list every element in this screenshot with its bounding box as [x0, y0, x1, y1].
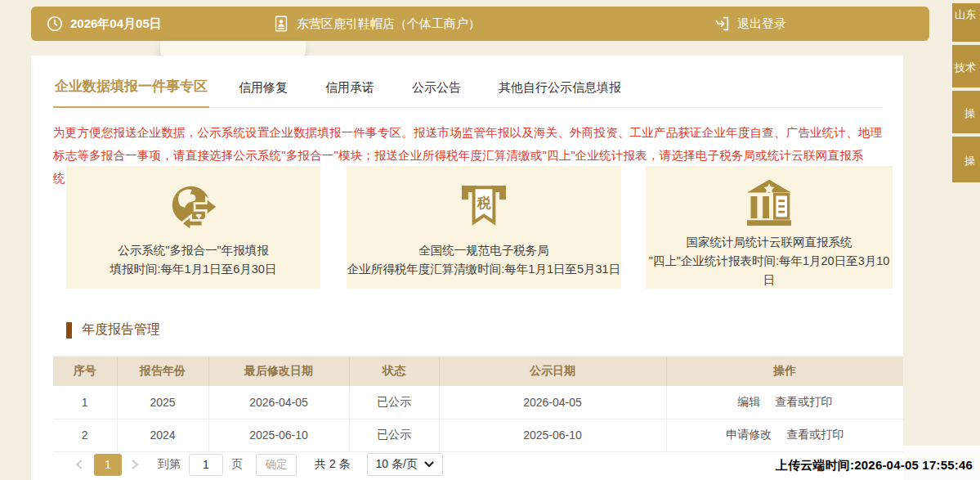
- col-header-operation: 操作: [666, 357, 903, 386]
- cell-published: 2026-04-05: [439, 386, 666, 419]
- section-accent-bar: [66, 322, 72, 339]
- upload-time-label: 上传云端时间:2026-04-05 17:55:46: [776, 458, 973, 473]
- page-size-select[interactable]: 10 条/页: [367, 453, 443, 476]
- page-number-input[interactable]: [189, 454, 223, 476]
- card-subtitle: 企业所得税年度汇算清缴时间:每年1月1日至5月31日: [347, 260, 620, 279]
- side-tab-shandong[interactable]: 山东: [952, 3, 980, 42]
- cell-year: 2025: [117, 386, 208, 419]
- col-header-year: 报告年份: [117, 357, 208, 386]
- side-tab-label: 操: [964, 153, 975, 169]
- id-card-icon: [272, 15, 290, 33]
- tab-credit-commitment[interactable]: 信用承诺: [324, 80, 376, 107]
- logout-icon: [713, 15, 731, 33]
- clock-icon: [46, 15, 64, 33]
- side-tab-guide-1[interactable]: 操: [952, 91, 980, 133]
- card-electronic-tax-bureau[interactable]: 税 全国统一规范电子税务局 企业所得税年度汇算清缴时间:每年1月1日至5月31日: [347, 166, 621, 289]
- cell-seq: 1: [53, 386, 117, 419]
- account-name: 东营区鹿引鞋帽店（个体工商户）: [272, 15, 481, 33]
- section-header: 年度报告管理: [66, 321, 160, 339]
- page-size-label: 10 条/页: [376, 457, 418, 472]
- svg-text:税: 税: [477, 195, 492, 211]
- side-tab-technical[interactable]: 技术: [952, 45, 980, 87]
- card-statistics-direct-report[interactable]: 国家统计局统计云联网直报系统 "四上"企业统计报表时间:每年1月20日至3月10…: [646, 166, 893, 289]
- page-number-button[interactable]: 1: [94, 454, 122, 476]
- side-tab-label: 技术: [955, 60, 976, 76]
- cell-status: 已公示: [349, 419, 439, 451]
- table-row: 2 2024 2025-06-10 已公示 2025-06-10 申请修改 查看…: [53, 419, 903, 451]
- col-header-seq: 序号: [53, 357, 117, 386]
- cell-modified: 2026-04-05: [208, 386, 349, 419]
- logout-button[interactable]: 退出登录: [713, 15, 786, 33]
- card-annual-report-filing[interactable]: 公示系统"多报合一"年报填报 填报时间:每年1月1日至6月30日: [66, 166, 320, 289]
- tabs-row: 企业数据填报一件事专区 信用修复 信用承诺 公示公告 其他自行公示信息填报: [53, 79, 883, 108]
- col-header-published: 公示日期: [439, 357, 666, 386]
- page-unit-label: 页: [231, 457, 243, 472]
- card-title: 全国统一规范电子税务局: [418, 241, 549, 260]
- logout-text: 退出登录: [737, 16, 786, 32]
- view-or-print-link[interactable]: 查看或打印: [775, 395, 832, 408]
- cell-operations: 编辑 查看或打印: [666, 386, 903, 419]
- side-tab-label: 操: [964, 105, 975, 122]
- main-panel: 企业数据填报一件事专区 信用修复 信用承诺 公示公告 其他自行公示信息填报 为更…: [31, 56, 903, 480]
- view-or-print-link[interactable]: 查看或打印: [786, 428, 844, 441]
- card-title: 公示系统"多报合一"年报填报: [118, 241, 268, 260]
- cell-operations: 申请修改 查看或打印: [666, 419, 903, 451]
- pagination: 1 到第 页 确定 共 2 条 10 条/页: [69, 452, 443, 477]
- next-page-icon[interactable]: [130, 459, 141, 470]
- card-subtitle: 填报时间:每年1月1日至6月30日: [110, 260, 277, 279]
- tab-other-self-disclosure[interactable]: 其他自行公示信息填报: [497, 80, 623, 107]
- edit-link[interactable]: 编辑: [737, 395, 760, 408]
- side-tab-guide-2[interactable]: 操: [952, 137, 980, 182]
- apply-modify-link[interactable]: 申请修改: [726, 428, 772, 441]
- section-title: 年度报告管理: [82, 321, 160, 339]
- prev-page-icon[interactable]: [74, 459, 86, 470]
- cell-status: 已公示: [349, 386, 439, 419]
- card-title: 国家统计局统计云联网直报系统: [687, 233, 852, 252]
- chevron-down-icon: [424, 461, 434, 468]
- tab-enterprise-data-filing[interactable]: 企业数据填报一件事专区: [53, 77, 209, 108]
- total-count-label: 共 2 条: [315, 457, 351, 472]
- date-text: 2026年04月05日: [70, 16, 162, 32]
- col-header-modified: 最后修改日期: [208, 357, 349, 386]
- col-header-status: 状态: [349, 357, 439, 386]
- goto-page-label: 到第: [158, 457, 181, 472]
- tab-credit-repair[interactable]: 信用修复: [237, 80, 289, 107]
- globe-exchange-icon: [165, 166, 222, 241]
- topbar: 2026年04月05日 东营区鹿引鞋帽店（个体工商户）: [31, 7, 929, 41]
- table-header-row: 序号 报告年份 最后修改日期 状态 公示日期 操作: [53, 357, 903, 386]
- cell-seq: 2: [53, 419, 117, 451]
- annual-report-table: 序号 报告年份 最后修改日期 状态 公示日期 操作 1 2025 2026-04…: [53, 357, 903, 452]
- cell-modified: 2025-06-10: [208, 419, 349, 451]
- confirm-page-button[interactable]: 确定: [256, 454, 297, 476]
- card-subtitle: "四上"企业统计报表时间:每年1月20日至3月10日: [646, 252, 893, 289]
- tax-badge-icon: 税: [454, 166, 513, 241]
- tab-public-announcement[interactable]: 公示公告: [410, 80, 463, 107]
- current-date: 2026年04月05日: [46, 15, 162, 33]
- table-row: 1 2025 2026-04-05 已公示 2026-04-05 编辑 查看或打…: [53, 386, 903, 419]
- company-text: 东营区鹿引鞋帽店（个体工商户）: [297, 16, 481, 32]
- cell-published: 2025-06-10: [439, 419, 666, 451]
- page: 2026年04月05日 东营区鹿引鞋帽店（个体工商户）: [0, 0, 980, 480]
- side-tab-label: 山东: [955, 8, 976, 20]
- bank-icon: [740, 166, 799, 233]
- cell-year: 2024: [117, 419, 208, 451]
